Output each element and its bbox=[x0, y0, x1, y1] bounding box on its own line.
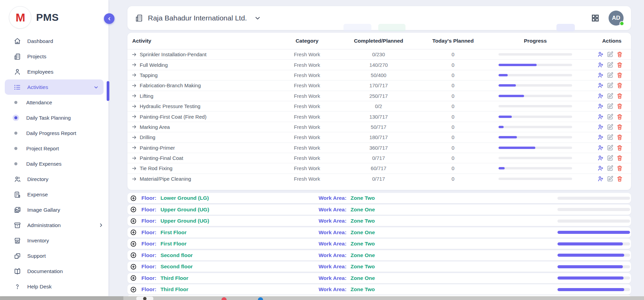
edit-icon[interactable] bbox=[607, 165, 613, 171]
taskbar-red-app-icon[interactable] bbox=[221, 297, 227, 300]
sidebar-subitem-attendance[interactable]: Attendance bbox=[0, 95, 108, 110]
sidebar-item-administration[interactable]: Administration bbox=[0, 217, 108, 233]
sidebar-subitem-project-report[interactable]: Project Report bbox=[0, 141, 108, 156]
sidebar-item-label: Administration bbox=[27, 222, 61, 228]
activity-name[interactable]: Lifting bbox=[140, 93, 153, 99]
expand-plus-icon[interactable] bbox=[130, 275, 137, 281]
expand-plus-icon[interactable] bbox=[130, 195, 137, 201]
delete-icon[interactable] bbox=[616, 82, 623, 89]
edit-icon[interactable] bbox=[607, 51, 613, 58]
edit-icon[interactable] bbox=[607, 62, 613, 68]
assign-user-icon[interactable] bbox=[597, 62, 604, 68]
delete-icon[interactable] bbox=[616, 134, 623, 140]
assign-user-icon[interactable] bbox=[597, 145, 604, 151]
sidebar-subitem-daily-expenses[interactable]: Daily Expenses bbox=[0, 156, 108, 171]
activity-name[interactable]: Painting-Final Coat bbox=[140, 155, 183, 161]
taskbar-app-chip[interactable] bbox=[136, 297, 153, 300]
edit-icon[interactable] bbox=[607, 114, 613, 120]
apps-grid-icon[interactable] bbox=[591, 14, 600, 22]
todays-planned-value: 0 bbox=[408, 114, 499, 120]
expand-plus-icon[interactable] bbox=[130, 229, 137, 236]
delete-icon[interactable] bbox=[616, 103, 623, 109]
edit-icon[interactable] bbox=[607, 155, 613, 161]
edit-icon[interactable] bbox=[607, 134, 613, 140]
activity-table-row: Marking Area Fresh Work 50/717 0 bbox=[127, 122, 631, 132]
edit-icon[interactable] bbox=[607, 145, 613, 151]
activity-name[interactable]: Marking Area bbox=[140, 124, 170, 130]
activity-name[interactable]: Material/Pipe Cleaning bbox=[140, 176, 191, 182]
edit-icon[interactable] bbox=[607, 82, 613, 89]
assign-user-icon[interactable] bbox=[597, 155, 604, 161]
delete-icon[interactable] bbox=[616, 93, 623, 99]
sidebar-item-projects[interactable]: Projects bbox=[0, 49, 108, 64]
taskbar-blue-app-icon[interactable] bbox=[258, 297, 263, 300]
assign-user-icon[interactable] bbox=[597, 114, 604, 120]
expand-plus-icon[interactable] bbox=[130, 206, 137, 213]
activity-name[interactable]: Drilling bbox=[140, 134, 155, 140]
work-area-zone: Zone Two bbox=[351, 264, 375, 270]
assign-user-icon[interactable] bbox=[597, 72, 604, 78]
sidebar-item-inventory[interactable]: Inventory bbox=[0, 233, 108, 248]
floor-progress-bar bbox=[557, 276, 630, 280]
floor-progress-bar bbox=[557, 197, 630, 200]
assign-user-icon[interactable] bbox=[597, 103, 604, 109]
assign-user-icon[interactable] bbox=[597, 51, 604, 58]
activity-table-row: Sprinkler Installation-Pendant Fresh Wor… bbox=[127, 49, 631, 60]
arrow-right-icon bbox=[132, 52, 137, 57]
work-area-label: Work Area: bbox=[319, 207, 347, 213]
sidebar-item-employees[interactable]: Employees bbox=[0, 64, 108, 79]
work-area-zone: Zone One bbox=[351, 207, 375, 213]
activity-name[interactable]: Sprinkler Installation-Pendant bbox=[140, 51, 206, 57]
delete-icon[interactable] bbox=[616, 145, 623, 151]
activity-name[interactable]: Painting-First Coat (Fire Red) bbox=[140, 114, 206, 120]
edit-icon[interactable] bbox=[607, 93, 613, 99]
progress-bar bbox=[499, 95, 572, 97]
activity-name[interactable]: Fabrication-Branch Making bbox=[140, 82, 201, 88]
expand-plus-icon[interactable] bbox=[130, 218, 137, 224]
edit-icon[interactable] bbox=[607, 176, 613, 182]
delete-icon[interactable] bbox=[616, 114, 623, 120]
project-selector[interactable]: Raja Bahadur International Ltd. bbox=[135, 14, 261, 22]
sidebar-item-image-gallary[interactable]: Image Gallary bbox=[0, 202, 108, 217]
assign-user-icon[interactable] bbox=[597, 165, 604, 171]
edit-icon[interactable] bbox=[607, 124, 613, 130]
floor-name: Third Floor bbox=[160, 275, 188, 281]
expand-plus-icon[interactable] bbox=[130, 241, 137, 247]
delete-icon[interactable] bbox=[616, 62, 623, 68]
activity-name[interactable]: Hydraulic Pressure Testing bbox=[140, 103, 200, 109]
delete-icon[interactable] bbox=[616, 124, 623, 130]
delete-icon[interactable] bbox=[616, 155, 623, 161]
floor-row: Floor: Second floor Work Area: Zone Two bbox=[127, 261, 631, 272]
expand-plus-icon[interactable] bbox=[130, 252, 137, 258]
activity-category: Fresh Work bbox=[264, 134, 350, 140]
assign-user-icon[interactable] bbox=[597, 124, 604, 130]
sidebar-collapse-button[interactable] bbox=[104, 13, 114, 24]
sidebar-item-dashboard[interactable]: Dashboard bbox=[0, 33, 108, 49]
activity-name[interactable]: Tapping bbox=[140, 72, 158, 78]
assign-user-icon[interactable] bbox=[597, 93, 604, 99]
sidebar-item-expense[interactable]: Expense bbox=[0, 187, 108, 202]
sidebar-item-directory[interactable]: Directory bbox=[0, 171, 108, 187]
sidebar-item-documentation[interactable]: Documentation bbox=[0, 264, 108, 279]
activity-name[interactable]: Full Welding bbox=[140, 62, 168, 68]
assign-user-icon[interactable] bbox=[597, 134, 604, 140]
sidebar-item-activities[interactable]: Activities bbox=[5, 79, 104, 95]
delete-icon[interactable] bbox=[616, 165, 623, 171]
sidebar-item-support[interactable]: Support bbox=[0, 248, 108, 264]
assign-user-icon[interactable] bbox=[597, 82, 604, 89]
sidebar-item-help-desk[interactable]: Help Desk bbox=[0, 279, 108, 294]
delete-icon[interactable] bbox=[616, 51, 623, 58]
sidebar-subitem-daily-task-planning[interactable]: Daily Task Planning bbox=[0, 110, 108, 125]
floor-row: Floor: Upper Ground (UG) Work Area: Zone… bbox=[127, 205, 631, 215]
delete-icon[interactable] bbox=[616, 176, 623, 182]
sidebar-subitem-daily-progress-report[interactable]: Daily Progress Report bbox=[0, 125, 108, 141]
user-avatar[interactable]: AD bbox=[609, 11, 624, 26]
expand-plus-icon[interactable] bbox=[130, 286, 137, 293]
edit-icon[interactable] bbox=[607, 72, 613, 78]
edit-icon[interactable] bbox=[607, 103, 613, 109]
delete-icon[interactable] bbox=[616, 72, 623, 78]
activity-name[interactable]: Painting-Primer bbox=[140, 145, 175, 151]
activity-name[interactable]: Tie Rod Fixing bbox=[140, 165, 172, 171]
expand-plus-icon[interactable] bbox=[130, 264, 137, 270]
assign-user-icon[interactable] bbox=[597, 176, 604, 182]
